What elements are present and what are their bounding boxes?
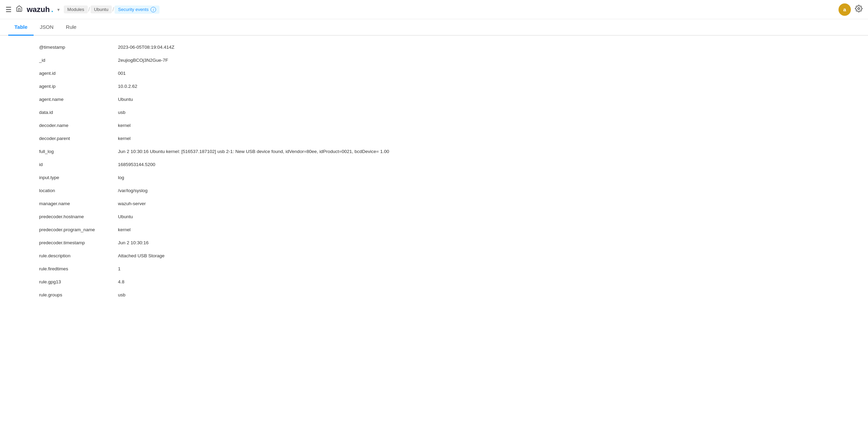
field-name-label: predecoder.timestamp (8, 240, 118, 245)
field-value: Ubuntu (118, 97, 860, 102)
field-value: 10.0.2.62 (118, 84, 860, 89)
top-navigation: ☰ wazuh. ▾ Modules / Ubuntu / Security e… (0, 0, 868, 19)
breadcrumb-security-events[interactable]: Security events i (115, 5, 159, 14)
field-name-label: rule.groups (8, 292, 118, 297)
table-row: rule.groups usb (0, 289, 868, 302)
field-name-label: location (8, 188, 118, 193)
field-value: Attached USB Storage (118, 253, 860, 258)
field-name-label: data.id (8, 110, 118, 115)
field-value: 1 (118, 266, 860, 271)
field-value: Jun 2 10:30:16 (118, 240, 860, 245)
field-name-label: @timestamp (8, 45, 118, 50)
table-row: manager.name wazuh-server (0, 198, 868, 211)
table-row: agent.id 001 (0, 67, 868, 80)
field-value: log (118, 175, 860, 180)
table-row: agent.ip 10.0.2.62 (0, 80, 868, 93)
field-name-label: agent.ip (8, 84, 118, 89)
breadcrumb-sep-2: / (112, 7, 114, 13)
settings-icon[interactable] (855, 5, 863, 14)
table-row: _id 2eujiogBCOj3N2Gue-7F (0, 54, 868, 67)
field-name-label: rule.description (8, 253, 118, 258)
svg-point-0 (858, 8, 860, 10)
breadcrumb: Modules / Ubuntu / Security events i (64, 5, 159, 14)
table-row: predecoder.hostname Ubuntu (0, 211, 868, 224)
field-value: usb (118, 110, 860, 115)
field-value: Ubuntu (118, 214, 860, 219)
hamburger-menu-icon[interactable]: ☰ (5, 5, 12, 14)
table-row: predecoder.timestamp Jun 2 10:30:16 (0, 237, 868, 250)
field-value: kernel (118, 123, 860, 128)
field-name-label: manager.name (8, 201, 118, 206)
breadcrumb-modules[interactable]: Modules (64, 5, 87, 13)
field-name-label: input.type (8, 175, 118, 180)
field-value: 1685953144.5200 (118, 162, 860, 167)
table-row: rule.description Attached USB Storage (0, 250, 868, 263)
field-name-label: full_log (8, 149, 118, 154)
breadcrumb-modules-link[interactable]: Modules (64, 5, 87, 13)
breadcrumb-ubuntu-link[interactable]: Ubuntu (91, 5, 112, 13)
field-value: 001 (118, 71, 860, 76)
field-name-label: rule.firedtimes (8, 266, 118, 271)
tab-table[interactable]: Table (8, 19, 34, 36)
table-row: full_log Jun 2 10:30:16 Ubuntu kernel: [… (0, 145, 868, 158)
table-row: predecoder.program_name kernel (0, 224, 868, 237)
field-name-label: agent.id (8, 71, 118, 76)
field-name-label: decoder.parent (8, 136, 118, 141)
breadcrumb-ubuntu[interactable]: Ubuntu (91, 5, 112, 13)
field-name-label: decoder.name (8, 123, 118, 128)
field-name-label: predecoder.hostname (8, 214, 118, 219)
info-icon[interactable]: i (151, 7, 156, 12)
logo-chevron-icon[interactable]: ▾ (57, 7, 60, 12)
avatar[interactable]: a (839, 3, 851, 16)
table-row: id 1685953144.5200 (0, 158, 868, 172)
table-row: agent.name Ubuntu (0, 93, 868, 106)
tab-json[interactable]: JSON (34, 19, 60, 36)
table-content: @timestamp 2023-06-05T08:19:04.414Z (0, 36, 868, 434)
field-value: Jun 2 10:30:16 Ubuntu kernel: [516537.18… (118, 149, 860, 154)
table-row: input.type log (0, 172, 868, 185)
table-row: rule.gpg13 4.8 (0, 276, 868, 289)
table-row: data.id usb (0, 106, 868, 119)
table-row: location /var/log/syslog (0, 185, 868, 198)
field-value: usb (118, 292, 860, 297)
wazuh-logo[interactable]: wazuh. (27, 5, 53, 14)
tabs-bar: Table JSON Rule (0, 19, 868, 36)
table-row: decoder.parent kernel (0, 132, 868, 145)
field-name-label: agent.name (8, 97, 118, 102)
field-value: 2023-06-05T08:19:04.414Z (118, 45, 860, 50)
table-row: rule.firedtimes 1 (0, 263, 868, 276)
table-row: @timestamp 2023-06-05T08:19:04.414Z (0, 41, 868, 54)
breadcrumb-active-label: Security events (118, 7, 148, 12)
field-value: kernel (118, 136, 860, 141)
tab-rule[interactable]: Rule (60, 19, 83, 36)
table-row: decoder.name kernel (0, 119, 868, 132)
field-value: kernel (118, 227, 860, 232)
home-icon[interactable] (16, 5, 23, 14)
field-name-label: id (8, 162, 118, 167)
field-name-label: predecoder.program_name (8, 227, 118, 232)
field-value: wazuh-server (118, 201, 860, 206)
field-value: 4.8 (118, 279, 860, 284)
field-name-label: _id (8, 58, 118, 63)
field-value: /var/log/syslog (118, 188, 860, 193)
breadcrumb-sep-1: / (88, 7, 90, 13)
field-name-label: rule.gpg13 (8, 279, 118, 284)
field-value: 2eujiogBCOj3N2Gue-7F (118, 58, 860, 63)
